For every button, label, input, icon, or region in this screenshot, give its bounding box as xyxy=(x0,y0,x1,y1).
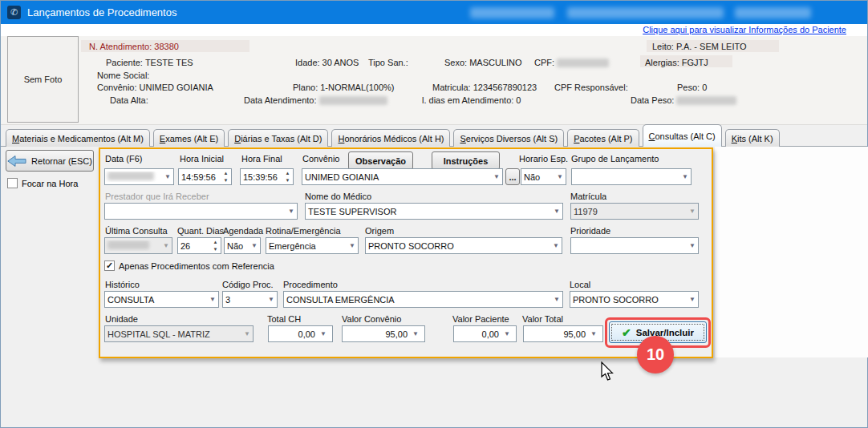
step-badge: 10 xyxy=(637,336,674,373)
focar-label: Focar na Hora xyxy=(22,179,78,188)
field-data-peso: Data Peso: xyxy=(631,95,736,106)
procedimento-combo[interactable]: CONSULTA EMERGÊNCIA ▼ xyxy=(283,291,563,308)
tab-exames[interactable]: Exames (Alt E) xyxy=(153,129,225,147)
procedimento-label: Procedimento xyxy=(283,280,338,289)
tab-diarias-e-taxas[interactable]: Diárias e Taxas (Alt D) xyxy=(228,129,328,147)
prestador-label: Prestador que Irá Receber xyxy=(105,192,209,201)
rotina-emergencia-combo[interactable]: Emergência ▼ xyxy=(266,237,359,254)
spinner-arrows-icon[interactable]: ▲▼ xyxy=(282,170,293,184)
chevron-down-icon: ▼ xyxy=(491,173,502,180)
valor-paciente-field[interactable]: 0,00 ▼ xyxy=(453,325,517,342)
horario-esp-label: Horario Esp. xyxy=(519,154,568,164)
back-arrow-icon xyxy=(7,155,26,167)
field-paciente: Paciente: TESTE TES xyxy=(106,57,193,68)
horario-esp-combo[interactable]: Não ▼ xyxy=(521,168,566,185)
spinner-arrows-icon[interactable]: ▲▼ xyxy=(221,170,231,184)
field-plano: Plano: 1-NORMAL(100%) xyxy=(293,82,395,93)
chevron-down-icon: ▼ xyxy=(679,173,691,180)
redacted-title-text xyxy=(470,7,554,18)
chevron-down-icon: ▼ xyxy=(550,242,562,249)
valor-convenio-field[interactable]: 95,00 ▼ xyxy=(342,325,425,342)
agendada-combo[interactable]: Não ▼ xyxy=(224,237,261,254)
field-matricula: Matricula: 1234567890123 xyxy=(432,82,537,93)
retornar-button[interactable]: Retornar (ESC) xyxy=(6,150,94,172)
app-icon: ✆ xyxy=(7,6,21,19)
total-ch-field[interactable]: 0,00 ▼ xyxy=(268,325,333,342)
hora-final-spinner[interactable]: 15:39:56 ▲▼ xyxy=(240,168,294,185)
observacao-button[interactable]: Observação xyxy=(348,151,413,170)
hora-final-label: Hora Final xyxy=(241,154,282,164)
prioridade-label: Prioridade xyxy=(570,226,610,236)
nome-medico-combo[interactable]: TESTE SUPERVISOR ▼ xyxy=(305,203,563,220)
field-convenio: Convênio: UNIMED GOIANIA xyxy=(97,82,213,93)
apenas-referencia-checkbox[interactable] xyxy=(104,260,115,271)
chevron-down-icon: ▼ xyxy=(160,242,172,249)
spinner-arrows-icon[interactable]: ▲▼ xyxy=(210,239,221,253)
instrucoes-button[interactable]: Instruções xyxy=(432,151,500,170)
apenas-referencia-label: Apenas Procedimentos com Referencia xyxy=(119,261,274,271)
valor-total-field[interactable]: 95,00 ▼ xyxy=(523,325,603,342)
origem-combo[interactable]: PRONTO SOCORRO ▼ xyxy=(365,237,562,254)
field-cpf: CPF: xyxy=(534,57,609,68)
local-combo[interactable]: PRONTO SOCORRO ▼ xyxy=(570,291,699,308)
chevron-down-icon: ▼ xyxy=(501,330,513,337)
valor-paciente-label: Valor Paciente xyxy=(452,314,509,324)
tab-strip: Materiais e Medicamentos (Alt M)Exames (… xyxy=(6,124,780,147)
valor-total-label: Valor Total xyxy=(522,314,563,324)
chevron-down-icon: ▼ xyxy=(241,330,253,337)
quant-dias-label: Quant. Dias xyxy=(177,226,224,236)
redacted-value xyxy=(557,59,609,67)
tab-materiais-e-medicamentos[interactable]: Materiais e Medicamentos (Alt M) xyxy=(6,129,150,147)
chevron-down-icon: ▼ xyxy=(318,330,329,337)
photo-placeholder-text: Sem Foto xyxy=(24,75,63,84)
data-f6-label: Data (F6) xyxy=(105,154,142,164)
field-nome-social: Nome Social: xyxy=(97,70,152,81)
chevron-down-icon: ▼ xyxy=(162,173,173,180)
origem-label: Origem xyxy=(365,226,394,236)
historico-combo[interactable]: CONSULTA ▼ xyxy=(104,291,219,308)
convenio-combo[interactable]: UNIMED GOIANIA ▼ xyxy=(302,168,503,185)
redacted-value xyxy=(107,240,149,249)
convenio-label: Convênio xyxy=(302,154,339,164)
hora-inicial-label: Hora Inicial xyxy=(180,154,224,164)
tab-consultas[interactable]: Consultas (Alt C) xyxy=(643,124,722,147)
tab-servicos-diversos[interactable]: Serviços Diversos (Alt S) xyxy=(453,129,564,147)
convenio-ellipsis-button[interactable]: ... xyxy=(505,168,520,185)
patient-info-link[interactable]: Clique aqui para visualizar Informações … xyxy=(643,25,846,34)
hora-inicial-spinner[interactable]: 14:59:56 ▲▼ xyxy=(178,168,232,185)
codigo-proc-combo[interactable]: 3 ▼ xyxy=(222,291,278,308)
agendada-label: Agendada xyxy=(223,226,263,236)
quant-dias-spinner[interactable]: 26 ▲▼ xyxy=(177,237,221,254)
field-leito: Leito: P.A. - SEM LEITO xyxy=(652,41,747,52)
chevron-down-icon: ▼ xyxy=(687,296,698,303)
redacted-title-text xyxy=(735,7,811,18)
rotina-emergencia-label: Rotina/Emergência xyxy=(266,226,341,236)
redacted-value xyxy=(319,96,387,105)
grupo-lancamento-label: Grupo de Lançamento xyxy=(571,154,659,164)
total-ch-label: Total CH xyxy=(267,314,301,324)
chevron-down-icon: ▼ xyxy=(551,296,562,303)
historico-label: Histórico xyxy=(105,280,140,289)
chevron-down-icon: ▼ xyxy=(554,173,566,180)
unidade-combo: HOSPITAL SQL - MATRIZ ▼ xyxy=(104,325,254,342)
focar-checkbox[interactable] xyxy=(7,178,18,188)
chevron-down-icon: ▼ xyxy=(266,296,277,303)
procedure-form: Data (F6) Hora Inicial Hora Final Convên… xyxy=(99,147,713,358)
tab-pacotes[interactable]: Pacotes (Alt P) xyxy=(567,129,639,147)
prioridade-combo[interactable]: ▼ xyxy=(570,237,699,254)
field-data-atendimento: Data Atendimento: xyxy=(244,95,387,106)
field-n-atendimento: N. Atendimento: 38380 xyxy=(89,41,179,52)
chevron-down-icon: ▼ xyxy=(347,242,358,249)
chevron-down-icon: ▼ xyxy=(687,242,698,249)
field-alergias: Alergias: FGJTJ xyxy=(645,57,708,68)
tab-kits[interactable]: Kits (Alt K) xyxy=(725,129,780,147)
app-window: ✆ Lançamentos de Procedimentos Clique aq… xyxy=(0,0,868,428)
prestador-combo[interactable]: ▼ xyxy=(104,203,298,220)
tab-honorarios-medicos[interactable]: Honorários Médicos (Alt H) xyxy=(331,129,450,147)
photo-placeholder: Sem Foto xyxy=(7,36,79,123)
grupo-lancamento-combo[interactable]: ▼ xyxy=(571,168,692,185)
data-f6-combo[interactable]: ▼ xyxy=(104,168,174,185)
redacted-value xyxy=(676,96,736,105)
ultima-consulta-combo: ▼ xyxy=(104,237,172,254)
redacted-title-text xyxy=(567,7,724,18)
